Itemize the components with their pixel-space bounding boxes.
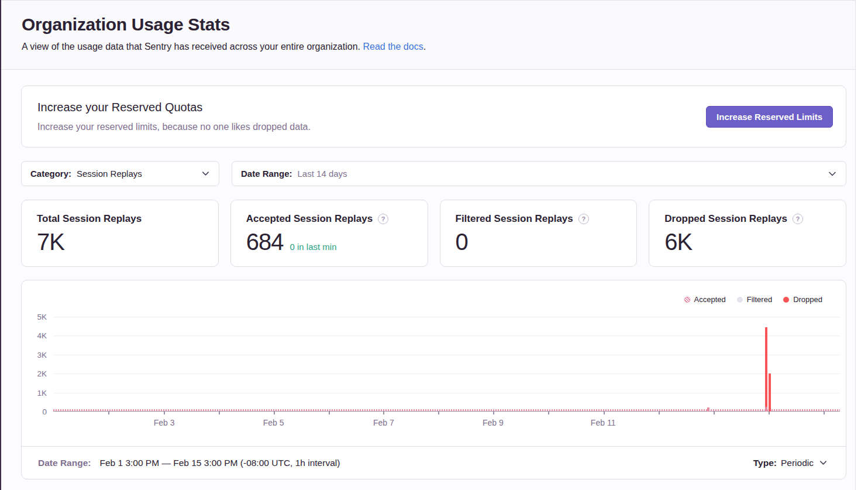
x-axis-tick — [659, 412, 660, 414]
y-axis-tick-label: 3K — [37, 350, 47, 359]
stat-card-value: 7K — [37, 229, 64, 255]
stat-card-title: Accepted Session Replays — [246, 213, 373, 225]
filter-bar: Category: Session Replays Date Range: La… — [21, 161, 846, 186]
subtitle-text: A view of the usage data that Sentry has… — [22, 42, 363, 52]
legend-item-filtered[interactable]: Filtered — [737, 295, 772, 304]
quota-text: Increase your Reserved Quotas Increase y… — [37, 101, 311, 132]
x-axis-tick-label: Feb 5 — [263, 418, 284, 427]
help-icon[interactable]: ? — [793, 214, 803, 224]
chart-bar-accepted[interactable] — [707, 407, 709, 412]
quota-description: Increase your reserved limits, because n… — [37, 122, 311, 132]
stat-card-filtered: Filtered Session Replays?0 — [440, 200, 638, 267]
increase-reserved-limits-button[interactable]: Increase Reserved Limits — [706, 106, 833, 128]
chart-legend: AcceptedFilteredDropped — [22, 280, 846, 304]
stat-card-subvalue: 0 in last min — [290, 242, 337, 252]
read-docs-link[interactable]: Read the docs — [363, 42, 423, 52]
chevron-down-icon — [819, 458, 828, 467]
x-axis-tick — [604, 412, 605, 414]
gridline — [53, 393, 840, 393]
legend-dot-icon — [783, 297, 789, 303]
x-axis-tick — [824, 412, 825, 414]
legend-dot-icon — [737, 297, 743, 303]
gridline — [53, 355, 840, 355]
page-header: Organization Usage Stats A view of the u… — [1, 0, 855, 70]
accepted-baseline-strip — [53, 409, 840, 411]
y-axis-tick-label: 4K — [37, 331, 47, 340]
right-gutter — [856, 0, 868, 490]
usage-stats-content: Increase your Reserved Quotas Increase y… — [1, 70, 855, 490]
legend-label: Accepted — [694, 295, 726, 304]
legend-item-accepted[interactable]: Accepted — [684, 295, 726, 304]
legend-label: Dropped — [793, 295, 822, 304]
category-value: Session Replays — [77, 169, 142, 179]
stat-card-total: Total Session Replays7K — [21, 200, 219, 267]
x-axis-tick — [108, 412, 109, 414]
x-axis-tick-label: Feb 11 — [591, 418, 616, 427]
x-axis-tick — [714, 412, 715, 414]
legend-item-dropped[interactable]: Dropped — [783, 295, 822, 304]
chart-bar-dropped[interactable] — [769, 374, 771, 412]
y-axis-tick-label: 1K — [37, 388, 47, 397]
date-range-value: Last 14 days — [298, 169, 347, 179]
type-select[interactable]: Type: Periodic — [753, 458, 828, 468]
footer-date-range-label: Date Range: — [38, 458, 91, 468]
type-label: Type: — [753, 458, 777, 468]
x-axis-tick-label: Feb 7 — [373, 418, 394, 427]
x-axis-line — [53, 411, 840, 412]
category-select[interactable]: Category: Session Replays — [21, 161, 219, 186]
legend-label: Filtered — [747, 295, 772, 304]
chart-plot-area: 01K2K3K4K5KFeb 3Feb 5Feb 7Feb 9Feb 11 — [22, 304, 846, 446]
stat-card-accepted: Accepted Session Replays?6840 in last mi… — [230, 200, 428, 267]
x-axis-tick — [219, 412, 220, 414]
legend-dot-icon — [684, 297, 690, 303]
chevron-down-icon — [828, 169, 837, 179]
quota-banner: Increase your Reserved Quotas Increase y… — [21, 85, 846, 148]
chart-plot: 01K2K3K4K5KFeb 3Feb 5Feb 7Feb 9Feb 11 — [53, 317, 840, 412]
stat-card-value: 684 — [246, 229, 284, 255]
stat-card-dropped: Dropped Session Replays?6K — [649, 200, 846, 267]
x-axis-tick — [438, 412, 439, 414]
chevron-down-icon — [201, 169, 210, 178]
page-subtitle: A view of the usage data that Sentry has… — [22, 42, 835, 52]
y-axis-tick-label: 2K — [37, 369, 47, 378]
stat-card-title: Dropped Session Replays — [664, 213, 787, 225]
gridline — [53, 374, 840, 374]
x-axis-tick — [493, 412, 494, 414]
x-axis-tick-label: Feb 3 — [154, 418, 175, 427]
chart-footer: Date Range: Feb 1 3:00 PM — Feb 15 3:00 … — [22, 446, 846, 479]
usage-chart-panel: AcceptedFilteredDropped 01K2K3K4K5KFeb 3… — [21, 280, 846, 479]
help-icon[interactable]: ? — [578, 214, 589, 224]
gridline — [53, 317, 840, 317]
gridline — [53, 335, 840, 336]
x-axis-tick — [383, 412, 384, 414]
x-axis-tick — [329, 412, 330, 414]
stat-card-value: 6K — [664, 229, 692, 255]
x-axis-tick — [769, 412, 770, 414]
stat-card-title: Total Session Replays — [37, 213, 142, 225]
footer-date-range-value: Feb 1 3:00 PM — Feb 15 3:00 PM (-08:00 U… — [99, 458, 340, 468]
category-label: Category: — [30, 169, 71, 179]
quota-title: Increase your Reserved Quotas — [37, 101, 311, 114]
y-axis-tick-label: 0 — [42, 407, 47, 416]
x-axis-tick — [548, 412, 549, 414]
x-axis-tick-label: Feb 9 — [483, 418, 504, 427]
chart-bar-dropped[interactable] — [765, 327, 767, 407]
right-edge-divider — [855, 0, 856, 490]
y-axis-tick-label: 5K — [37, 313, 47, 321]
subtitle-period: . — [423, 42, 426, 52]
type-value: Periodic — [781, 458, 814, 468]
chart-bar-accepted[interactable] — [765, 407, 767, 412]
stat-card-value: 0 — [456, 229, 468, 255]
help-icon[interactable]: ? — [378, 214, 388, 224]
page-title: Organization Usage Stats — [22, 15, 835, 35]
sidebar-edge-divider — [0, 0, 1, 490]
date-range-label: Date Range: — [241, 169, 292, 179]
date-range-select[interactable]: Date Range: Last 14 days — [232, 161, 846, 186]
x-axis-tick — [164, 412, 165, 414]
stat-cards-row: Total Session Replays7KAccepted Session … — [21, 200, 846, 267]
stat-card-title: Filtered Session Replays — [456, 213, 573, 225]
x-axis-tick — [274, 412, 275, 414]
